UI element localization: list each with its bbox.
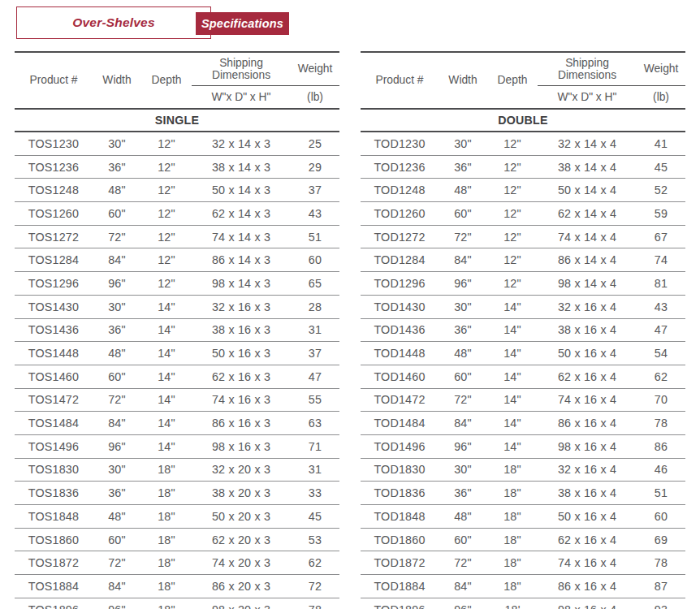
width-value: 72": [439, 225, 487, 248]
weight-value: 70: [637, 388, 685, 412]
width-value: 36": [93, 318, 141, 342]
product-number: TOD1430: [361, 295, 439, 318]
shipping-dimensions-value: 32 x 20 x 3: [192, 458, 291, 482]
width-value: 30": [93, 458, 141, 482]
depth-value: 18": [487, 528, 538, 551]
weight-value: 78: [637, 412, 685, 435]
product-number: TOD1872: [361, 551, 439, 575]
weight-value: 31: [291, 318, 339, 342]
shipping-dimensions-value: 98 x 14 x 4: [538, 272, 637, 296]
shipping-dimensions-value: 86 x 16 x 3: [192, 412, 291, 435]
weight-value: 81: [637, 272, 685, 296]
shipping-dimensions-column-header: Shipping Dimensions: [538, 52, 637, 86]
depth-value: 12": [141, 202, 192, 226]
product-number: TOS1436: [15, 318, 93, 342]
width-value: 48": [439, 179, 487, 202]
width-value: 30": [93, 132, 141, 155]
product-number: TOD1436: [361, 318, 439, 342]
shipping-dimensions-value: 98 x 16 x 4: [538, 434, 637, 458]
weight-value: 55: [291, 388, 339, 412]
weight-value: 60: [291, 248, 339, 272]
depth-value: 14": [487, 434, 538, 458]
width-value: 30": [439, 132, 487, 155]
depth-value: 14": [141, 434, 192, 458]
weight-value: 37: [291, 342, 339, 365]
table-row: TOS127272"12"74 x 14 x 351: [15, 225, 339, 248]
depth-value: 14": [141, 388, 192, 412]
product-number: TOD1884: [361, 575, 439, 598]
product-number: TOD1272: [361, 225, 439, 248]
double-table-header: Product # Width Depth Shipping Dimension…: [361, 52, 685, 132]
shipping-dimensions-value: 62 x 16 x 4: [538, 528, 637, 551]
weight-value: 86: [637, 434, 685, 458]
depth-value: 18': [487, 598, 538, 609]
width-value: 36": [93, 482, 141, 505]
depth-value: 14": [487, 365, 538, 388]
table-row: TOD189696"18'98 x 16 x 493: [361, 598, 685, 609]
product-number: TOD1496: [361, 434, 439, 458]
table-row: TOD149696"14"98 x 16 x 486: [361, 434, 685, 458]
table-row: TOD123636"12"38 x 14 x 445: [361, 155, 685, 179]
product-number: TOS1272: [15, 225, 93, 248]
product-number: TOD1830: [361, 458, 439, 482]
width-value: 72": [439, 388, 487, 412]
weight-value: 47: [291, 365, 339, 388]
weight-value: 43: [637, 295, 685, 318]
depth-value: 18": [141, 575, 192, 598]
table-row: TOD124848"12"50 x 14 x 452: [361, 179, 685, 202]
weight-unit-subheader: (lb): [291, 86, 339, 110]
weight-value: 67: [637, 225, 685, 248]
depth-value: 12": [487, 132, 538, 155]
shipping-dimensions-value: 74 x 16 x 4: [538, 388, 637, 412]
specifications-tab-label: Specifications: [201, 17, 283, 30]
shipping-header-line1: Shipping: [219, 57, 263, 69]
depth-value: 12": [141, 272, 192, 296]
shipping-header-line1: Shipping: [565, 57, 609, 69]
product-number: TOS1448: [15, 342, 93, 365]
spec-tables-container: Product # Width Depth Shipping Dimension…: [0, 51, 700, 609]
product-number: TOS1884: [15, 575, 93, 598]
depth-value: 18": [487, 505, 538, 529]
width-value: 84": [93, 412, 141, 435]
table-row: TOD144848"14"50 x 16 x 454: [361, 342, 685, 365]
width-value: 60": [93, 528, 141, 551]
width-value: 60": [439, 202, 487, 226]
weight-value: 63: [291, 412, 339, 435]
shipping-dimensions-value: 98 x 16 x 3: [192, 434, 291, 458]
table-row: TOD143030"14"32 x 16 x 443: [361, 295, 685, 318]
depth-value: 14": [141, 318, 192, 342]
shipping-dimensions-value: 86 x 16 x 4: [538, 575, 637, 598]
table-row: TOS144848"14"50 x 16 x 337: [15, 342, 339, 365]
product-column-header: Product #: [361, 52, 439, 109]
product-number: TOD1248: [361, 179, 439, 202]
tab-specifications: Specifications: [196, 12, 289, 35]
weight-value: 29: [291, 155, 339, 179]
depth-value: 12": [141, 155, 192, 179]
table-row: TOS184848"18"50 x 20 x 345: [15, 505, 339, 529]
width-value: 72": [93, 225, 141, 248]
weight-value: 53: [291, 528, 339, 551]
product-number: TOD1836: [361, 482, 439, 505]
table-row: TOD183636"18"38 x 16 x 451: [361, 482, 685, 505]
product-number: TOS1260: [15, 202, 93, 226]
width-value: 48": [93, 342, 141, 365]
weight-value: 74: [637, 248, 685, 272]
width-value: 96": [439, 598, 487, 609]
weight-value: 62: [637, 365, 685, 388]
width-value: 48": [439, 342, 487, 365]
table-row: TOD147272"14"74 x 16 x 470: [361, 388, 685, 412]
width-value: 36": [439, 318, 487, 342]
width-value: 84": [439, 575, 487, 598]
weight-value: 52: [637, 179, 685, 202]
depth-value: 14": [141, 295, 192, 318]
single-table-header: Product # Width Depth Shipping Dimension…: [15, 52, 339, 132]
product-number: TOD1860: [361, 528, 439, 551]
depth-value: 12": [141, 248, 192, 272]
shipping-dimensions-value: 98 x 14 x 3: [192, 272, 291, 296]
width-value: 30": [439, 458, 487, 482]
width-value: 96": [93, 272, 141, 296]
weight-value: 25: [291, 132, 339, 155]
weight-value: 69: [637, 528, 685, 551]
width-value: 84": [439, 412, 487, 435]
shipping-dimensions-value: 86 x 20 x 3: [192, 575, 291, 598]
